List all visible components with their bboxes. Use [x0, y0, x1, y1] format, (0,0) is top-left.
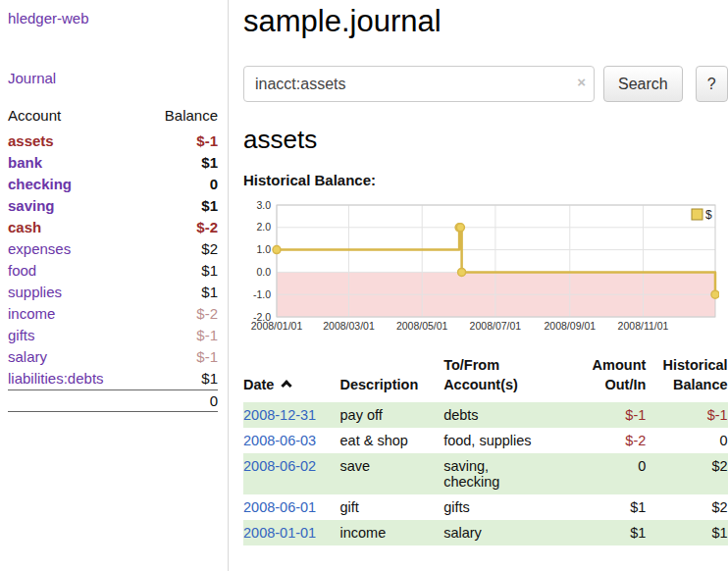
account-balance: $1 [143, 260, 218, 282]
account-balance: $1 [143, 368, 218, 390]
description-cell: save [340, 453, 444, 494]
balance-cell: 0 [646, 428, 727, 453]
app-window: hledger-web Journal Account Balance asse… [0, 0, 728, 571]
account-link-saving[interactable]: saving [8, 197, 55, 214]
account-row: assets$-1 [8, 130, 218, 152]
date-cell: 2008-01-01 [243, 520, 340, 545]
account-row: checking0 [8, 174, 218, 195]
search-bar: × Search ? [243, 66, 728, 102]
account-link-supplies[interactable]: supplies [8, 284, 62, 300]
account-link-bank[interactable]: bank [8, 154, 42, 171]
date-cell: 2008-12-31 [243, 402, 340, 428]
balance-cell: $-1 [646, 402, 727, 428]
chart-title: Historical Balance: [243, 172, 728, 188]
description-cell: pay off [340, 402, 444, 428]
total-spacer [8, 390, 143, 412]
account-row: cash$-2 [8, 217, 218, 238]
account-balance: 0 [143, 174, 218, 195]
account-row: liabilities:debts$1 [8, 368, 218, 390]
historical-balance-chart: $3.02.01.00.0-1.0-2.02008/01/012008/03/0… [243, 197, 728, 343]
column-header-date[interactable]: Date [243, 356, 340, 402]
description-cell: eat & shop [340, 428, 444, 453]
register-header-row: Date Description To/From Account(s) Amou… [243, 356, 728, 402]
account-link-income[interactable]: income [8, 305, 55, 322]
svg-text:2008/05/01: 2008/05/01 [396, 320, 448, 332]
svg-text:2008/09/01: 2008/09/01 [545, 320, 597, 332]
search-input[interactable] [243, 66, 595, 102]
search-field-wrap: × [243, 66, 595, 102]
account-row: saving$1 [8, 195, 218, 217]
svg-text:3.0: 3.0 [256, 199, 271, 211]
register-row: 2008-06-02savesaving, checking0$2 [243, 453, 728, 494]
svg-text:0.0: 0.0 [256, 266, 271, 278]
amount-cell: $-2 [571, 428, 646, 453]
sidebar-item-journal[interactable]: Journal [8, 70, 218, 86]
accounts-column-balance: Balance [143, 104, 218, 130]
clear-search-icon[interactable]: × [577, 75, 586, 89]
svg-text:2008/07/01: 2008/07/01 [470, 320, 522, 332]
accounts-cell: debts [443, 402, 571, 428]
account-row: supplies$1 [8, 282, 218, 303]
svg-text:1.0: 1.0 [256, 243, 271, 255]
amount-cell: $1 [571, 494, 646, 520]
sort-ascending-icon [282, 380, 292, 390]
svg-text:2.0: 2.0 [256, 221, 271, 233]
column-header-description: Description [340, 356, 444, 402]
column-header-accounts: To/From Account(s) [443, 356, 571, 402]
accounts-cell: food, supplies [443, 428, 571, 453]
balance-cell: $1 [646, 520, 727, 545]
amount-cell: $1 [571, 520, 646, 545]
date-cell: 2008-06-03 [243, 428, 340, 453]
account-balance: $-1 [143, 130, 218, 152]
transaction-date-link[interactable]: 2008-01-01 [243, 525, 316, 541]
svg-text:2008/03/01: 2008/03/01 [323, 320, 375, 332]
accounts-cell: salary [443, 520, 571, 545]
main-content: sample.journal × Search ? assets Histori… [229, 0, 728, 571]
register-row: 2008-06-03eat & shopfood, supplies$-20 [243, 428, 728, 453]
transaction-date-link[interactable]: 2008-06-03 [243, 433, 316, 448]
amount-cell: $-1 [571, 402, 646, 428]
search-button[interactable]: Search [603, 66, 683, 102]
register-table: Date Description To/From Account(s) Amou… [243, 356, 728, 545]
account-balance: $-2 [143, 217, 218, 238]
svg-text:-1.0: -1.0 [253, 288, 271, 300]
transaction-date-link[interactable]: 2008-06-02 [243, 458, 316, 474]
date-cell: 2008-06-01 [243, 494, 340, 520]
account-row: expenses$2 [8, 238, 218, 260]
column-header-amount: Amount Out/In [571, 356, 646, 402]
svg-text:2008/01/01: 2008/01/01 [251, 320, 303, 332]
transaction-date-link[interactable]: 2008-12-31 [243, 407, 316, 423]
account-row: income$-2 [8, 303, 218, 325]
app-title-link[interactable]: hledger-web [8, 10, 218, 26]
page-title: sample.journal [243, 4, 728, 39]
account-link-food[interactable]: food [8, 262, 36, 279]
svg-text:$: $ [705, 208, 712, 222]
accounts-table: Account Balance assets$-1bank$1checking0… [8, 104, 218, 412]
accounts-column-account: Account [8, 104, 143, 130]
transaction-date-link[interactable]: 2008-06-01 [243, 499, 316, 515]
accounts-header-row: Account Balance [8, 104, 218, 130]
account-link-expenses[interactable]: expenses [8, 240, 71, 257]
column-header-balance: Historical Balance [646, 356, 727, 402]
accounts-cell: gifts [443, 494, 571, 520]
account-balance: $-2 [143, 303, 218, 325]
account-balance: $-1 [143, 346, 218, 368]
description-cell: income [340, 520, 444, 545]
account-row: bank$1 [8, 152, 218, 174]
section-title: assets [243, 125, 728, 155]
help-button[interactable]: ? [696, 66, 728, 102]
register-row: 2008-06-01giftgifts$1$2 [243, 494, 728, 520]
account-link-salary[interactable]: salary [8, 348, 47, 365]
svg-text:2008/11/01: 2008/11/01 [618, 320, 669, 332]
register-row: 2008-01-01incomesalary$1$1 [243, 520, 728, 545]
account-link-assets[interactable]: assets [8, 132, 54, 149]
account-link-checking[interactable]: checking [8, 176, 72, 192]
account-balance: $1 [143, 282, 218, 303]
account-row: salary$-1 [8, 346, 218, 368]
account-row: gifts$-1 [8, 325, 218, 346]
account-link-gifts[interactable]: gifts [8, 327, 35, 343]
account-link-liabilities-debts[interactable]: liabilities:debts [8, 370, 104, 387]
account-link-cash[interactable]: cash [8, 219, 41, 235]
balance-cell: $2 [646, 453, 727, 494]
account-balance: $2 [143, 238, 218, 260]
